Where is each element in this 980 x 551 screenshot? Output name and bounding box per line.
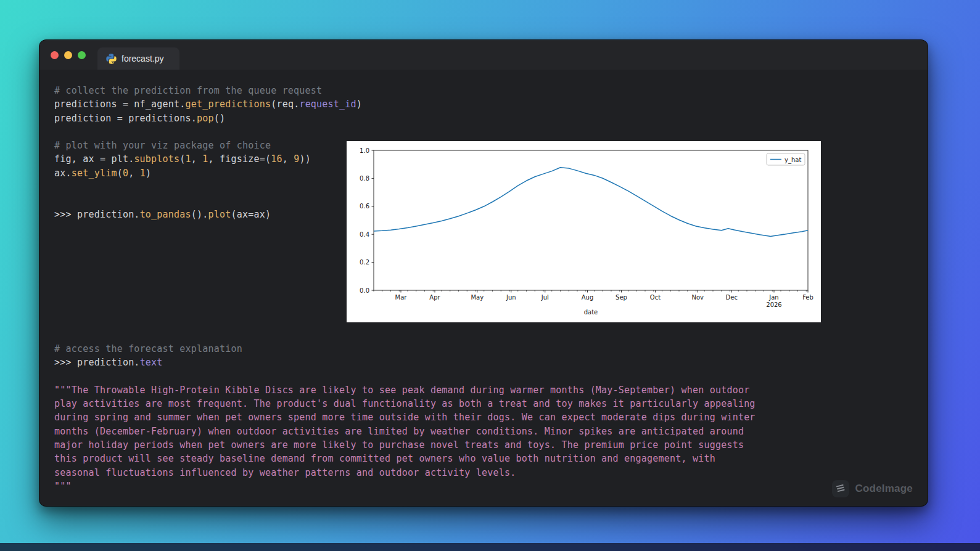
svg-text:Mar: Mar bbox=[395, 294, 408, 301]
svg-text:0.6: 0.6 bbox=[360, 203, 369, 210]
svg-text:Dec: Dec bbox=[726, 294, 738, 301]
traffic-lights bbox=[51, 51, 86, 59]
svg-text:0.0: 0.0 bbox=[360, 287, 369, 294]
editor-body: # collect the prediction from the queue … bbox=[39, 70, 928, 506]
svg-text:2026: 2026 bbox=[766, 301, 781, 308]
codeimage-watermark: CodeImage bbox=[832, 480, 913, 497]
svg-text:Nov: Nov bbox=[691, 294, 704, 301]
svg-text:date: date bbox=[584, 309, 598, 316]
code-window: forecast.py # collect the prediction fro… bbox=[39, 39, 928, 507]
svg-text:y_hat: y_hat bbox=[784, 157, 801, 164]
code-block-bottom: # access the forecast explanation>>> pre… bbox=[54, 342, 756, 493]
maximize-button[interactable] bbox=[78, 51, 86, 59]
svg-text:Jan: Jan bbox=[768, 294, 778, 301]
codeimage-icon bbox=[832, 480, 849, 497]
code-block-top: # collect the prediction from the queue … bbox=[54, 84, 362, 221]
svg-text:0.4: 0.4 bbox=[360, 231, 369, 238]
svg-text:Apr: Apr bbox=[429, 294, 440, 301]
window-titlebar: forecast.py bbox=[39, 40, 928, 70]
tab-title: forecast.py bbox=[121, 54, 163, 63]
svg-text:Jul: Jul bbox=[541, 294, 549, 301]
svg-text:Sep: Sep bbox=[616, 294, 627, 301]
forecast-chart-svg: 0.00.20.40.60.81.0MarAprMayJunJulAugSepO… bbox=[347, 141, 821, 322]
svg-text:0.2: 0.2 bbox=[360, 259, 369, 266]
svg-text:Feb: Feb bbox=[802, 294, 813, 301]
svg-text:1.0: 1.0 bbox=[360, 147, 369, 154]
svg-text:Oct: Oct bbox=[650, 294, 661, 301]
close-button[interactable] bbox=[51, 51, 59, 59]
bottom-edge-strip bbox=[0, 543, 980, 551]
minimize-button[interactable] bbox=[64, 51, 72, 59]
svg-text:0.8: 0.8 bbox=[360, 175, 369, 182]
forecast-figure: 0.00.20.40.60.81.0MarAprMayJunJulAugSepO… bbox=[347, 141, 821, 322]
svg-text:Jun: Jun bbox=[506, 294, 516, 301]
svg-text:May: May bbox=[471, 294, 484, 301]
python-icon bbox=[106, 54, 117, 64]
svg-text:Aug: Aug bbox=[582, 294, 594, 301]
tab-forecast-py[interactable]: forecast.py bbox=[97, 47, 179, 70]
codeimage-label: CodeImage bbox=[855, 483, 913, 495]
